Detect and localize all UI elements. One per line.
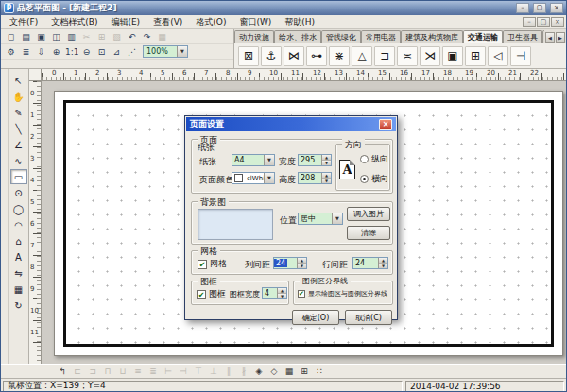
- mdi-close-button[interactable]: ×: [551, 17, 564, 27]
- menu-item[interactable]: 帮助(H): [278, 15, 321, 29]
- select-elements-icon[interactable]: ⊿: [110, 45, 124, 59]
- redo-icon[interactable]: ↷: [140, 30, 154, 43]
- mdi-minimize-button[interactable]: –: [523, 17, 536, 27]
- same-height-icon[interactable]: ∦: [237, 366, 250, 378]
- print-preview-icon[interactable]: ◫: [49, 30, 63, 43]
- paper-combobox[interactable]: A4 ▼: [232, 154, 275, 166]
- line-tool[interactable]: ╲: [10, 121, 27, 136]
- tab-scroll-left-icon[interactable]: ◀: [545, 32, 555, 43]
- palette-tab[interactable]: 交通运输: [463, 30, 503, 43]
- chevron-down-icon[interactable]: ▼: [332, 213, 342, 224]
- align-left-icon[interactable]: ⊏: [71, 366, 84, 378]
- narrowing-symbol-icon[interactable]: ≍: [397, 46, 418, 66]
- spin-down-icon[interactable]: ▼: [298, 264, 306, 268]
- cut-icon[interactable]: ✂: [79, 30, 94, 43]
- undo-icon[interactable]: ↶: [125, 30, 139, 43]
- table-icon[interactable]: ▦: [155, 30, 169, 43]
- spin-down-icon[interactable]: ▼: [379, 264, 387, 268]
- spin-down-icon[interactable]: ▼: [322, 161, 331, 165]
- show-grid-icon[interactable]: ⊞: [298, 366, 311, 378]
- chevron-down-icon[interactable]: ▼: [264, 173, 274, 183]
- palette-tab[interactable]: 给水、排水: [274, 30, 321, 43]
- legend-divider-checkbox[interactable]: ✔ 显示绘图区与图例区分界线: [298, 289, 387, 298]
- save-file-icon[interactable]: ▣: [34, 30, 48, 43]
- chevron-down-icon[interactable]: ▼: [264, 155, 274, 165]
- menu-item[interactable]: 编辑(E): [104, 15, 146, 29]
- text-tool[interactable]: A: [10, 249, 27, 264]
- zoom-actual-icon[interactable]: 1:1: [64, 45, 78, 59]
- page-color-combobox[interactable]: clWhit ▼: [232, 172, 275, 184]
- zoom-level-combobox[interactable]: 100% ▼: [143, 45, 188, 58]
- anchor-icon[interactable]: ⚓: [261, 46, 282, 66]
- height-spinner[interactable]: 208 ▲▼: [298, 172, 332, 184]
- unlock-icon[interactable]: ◇: [267, 366, 281, 378]
- palette-tab[interactable]: 常用电器: [361, 30, 401, 43]
- mdi-restore-button[interactable]: ▢: [537, 17, 550, 27]
- frame-width-spinner[interactable]: 4 ▲▼: [262, 287, 287, 299]
- crossing-symbol-icon[interactable]: ⊠: [238, 46, 259, 66]
- row-spacing-spinner[interactable]: 24 ▲▼: [352, 257, 388, 269]
- group-icon[interactable]: ⊤: [192, 366, 205, 378]
- valve-symbol-icon[interactable]: ⋇: [329, 46, 350, 66]
- zoom-window-icon[interactable]: ⊡: [94, 45, 109, 59]
- select-tool[interactable]: ↖: [10, 73, 27, 88]
- signal-symbol-icon[interactable]: △: [352, 46, 372, 66]
- tee-symbol-icon[interactable]: ⊣: [510, 46, 531, 66]
- tab-scroll-right-icon[interactable]: ▶: [556, 32, 565, 43]
- send-back-icon[interactable]: ⊣: [177, 366, 190, 378]
- chevron-down-icon[interactable]: ▼: [177, 46, 187, 57]
- image-tool[interactable]: ▦: [10, 281, 27, 297]
- select-region-icon[interactable]: ⋰: [125, 45, 139, 59]
- grid-checkbox[interactable]: ✔ 网格: [198, 258, 227, 270]
- pencil-tool[interactable]: ✎: [10, 105, 27, 120]
- pump-symbol-icon[interactable]: ⋈: [284, 46, 304, 66]
- cancel-button[interactable]: 取消(C): [345, 310, 392, 325]
- rectangle-tool[interactable]: ▭: [10, 169, 27, 184]
- palette-tab[interactable]: 管线绿化: [321, 30, 361, 43]
- scroll-mode-icon[interactable]: ↰: [56, 366, 69, 378]
- align-top-icon[interactable]: ⊓: [101, 366, 114, 378]
- circle-tool[interactable]: ⊙: [10, 185, 27, 200]
- zoom-in-icon[interactable]: ⊕: [49, 45, 63, 59]
- frame-checkbox[interactable]: ✔ 图框: [197, 288, 226, 300]
- spin-down-icon[interactable]: ▼: [278, 294, 286, 298]
- elbow-symbol-icon[interactable]: ⊐: [374, 46, 395, 66]
- print-icon[interactable]: ▥: [64, 30, 78, 43]
- load-image-button[interactable]: 调入图片: [347, 207, 390, 221]
- same-width-icon[interactable]: ∥: [222, 366, 235, 378]
- meter-symbol-icon[interactable]: ⊞: [465, 46, 486, 66]
- mirror-tool[interactable]: ⇋: [10, 265, 27, 281]
- menu-item[interactable]: 查看(V): [146, 15, 189, 29]
- zoom-out-icon[interactable]: ⊖: [79, 45, 94, 59]
- paste-icon[interactable]: ▧: [110, 30, 124, 43]
- dialog-title-bar[interactable]: 页面设置 ×: [186, 117, 396, 131]
- menu-item[interactable]: 格式(O): [189, 15, 232, 29]
- loudspeaker-symbol-icon[interactable]: ◁: [488, 46, 508, 66]
- lamp-symbol-icon[interactable]: ⊶: [306, 46, 327, 66]
- palette-tab[interactable]: 卫生器具: [503, 30, 542, 43]
- arc-tool[interactable]: ◠: [10, 217, 27, 232]
- polygon-tool[interactable]: ⌂: [10, 233, 27, 248]
- ok-button[interactable]: 确定(O): [292, 310, 339, 325]
- clear-image-button[interactable]: 清除: [347, 226, 390, 240]
- pan-tool[interactable]: ✋: [10, 89, 27, 104]
- width-spinner[interactable]: 295 ▲▼: [298, 154, 332, 166]
- new-file-icon[interactable]: ◻: [4, 30, 18, 43]
- landscape-radio[interactable]: 横向: [360, 173, 388, 185]
- layers-icon[interactable]: ≣: [19, 45, 33, 59]
- close-button[interactable]: ×: [550, 3, 563, 13]
- minimize-button[interactable]: –: [516, 3, 529, 13]
- snap-grid-icon[interactable]: ▦: [283, 366, 296, 378]
- ellipse-tool[interactable]: ◯: [10, 201, 27, 216]
- align-right-icon[interactable]: ⊐: [86, 366, 99, 378]
- curve-tool[interactable]: ∿: [10, 153, 27, 168]
- bring-front-icon[interactable]: ⊢: [162, 366, 175, 378]
- align-bottom-icon[interactable]: ⊔: [116, 366, 129, 378]
- spin-down-icon[interactable]: ▼: [322, 179, 331, 183]
- position-combobox[interactable]: 居中 ▼: [298, 213, 343, 225]
- rotate-tool[interactable]: ↻: [10, 298, 27, 313]
- align-center-v-icon[interactable]: ≣: [146, 366, 160, 378]
- lock-icon[interactable]: ◈: [252, 366, 266, 378]
- column-spacing-spinner[interactable]: 24 ▲▼: [273, 257, 307, 269]
- properties-icon[interactable]: ⚙: [4, 45, 18, 59]
